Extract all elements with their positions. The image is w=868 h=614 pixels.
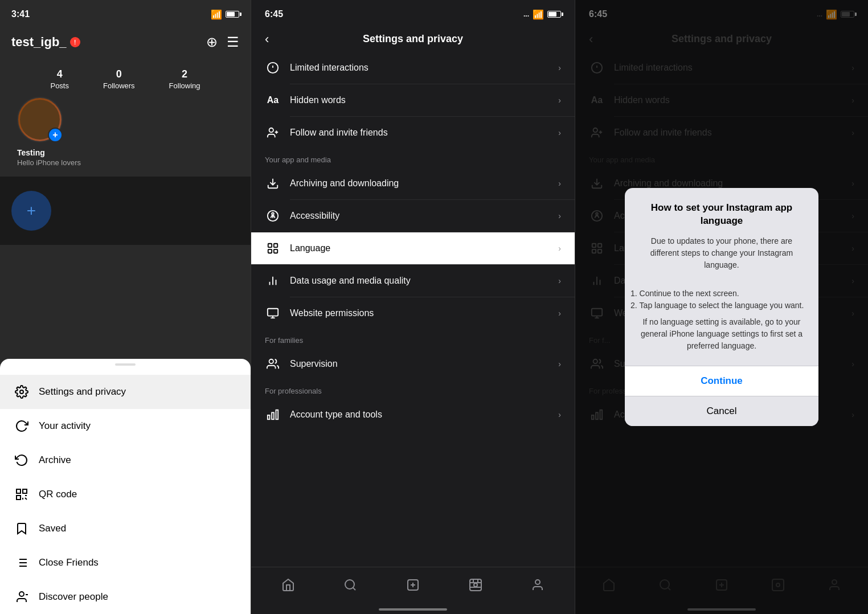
chevron-account: › (558, 410, 561, 419)
wifi-icon: 📶 (211, 9, 222, 20)
limited-interactions-icon (265, 60, 281, 76)
chevron-language: › (558, 244, 561, 253)
sheet-item-close-friends[interactable]: Close Friends (0, 546, 251, 580)
sheet-item-archive-label: Archive (39, 455, 71, 466)
svg-point-0 (20, 390, 23, 394)
svg-rect-26 (268, 244, 272, 247)
following-label: Following (169, 81, 200, 90)
svg-line-41 (353, 588, 355, 590)
panel-settings-modal: 6:45 ... 📶 ‹ Settings and privacy Limite… (575, 0, 868, 614)
settings-item-account-type[interactable]: Account type and tools › (251, 399, 575, 431)
sheet-item-activity[interactable]: Your activity (0, 409, 251, 443)
archiving-label: Archiving and downloading (290, 178, 549, 189)
sheet-item-activity-label: Your activity (39, 420, 91, 432)
sheet-item-saved[interactable]: Saved (0, 511, 251, 546)
followers-label: Followers (103, 81, 135, 90)
svg-rect-45 (470, 579, 481, 591)
settings-item-supervision[interactable]: Supervision › (251, 348, 575, 380)
tab-home-p2[interactable] (277, 574, 300, 596)
website-permissions-icon (265, 305, 281, 321)
sheet-item-qr-label: QR code (39, 489, 77, 500)
modal-overlay: How to set your Instagram app language D… (575, 0, 868, 614)
sheet-handle (115, 363, 136, 366)
tab-bar-p2 (251, 567, 575, 614)
add-story-button[interactable]: + (48, 128, 63, 142)
settings-item-accessibility[interactable]: Accessibility › (251, 200, 575, 232)
language-icon (265, 240, 281, 256)
account-type-icon (265, 407, 281, 423)
svg-point-46 (474, 583, 477, 587)
settings-list-p2: Limited interactions › Aa Hidden words › (251, 52, 575, 592)
modal-title: How to set your Instagram app language (638, 202, 805, 227)
profile-photo-area[interactable]: + (17, 97, 63, 142)
bottom-sheet: Settings and privacy Your activity Archi… (0, 359, 251, 614)
activity-icon (14, 418, 30, 434)
archive-icon (14, 452, 30, 468)
qr-icon (14, 486, 30, 502)
profile-header: test_igb_ ! ⊕ ☰ (0, 28, 251, 56)
sheet-item-settings-label: Settings and privacy (39, 386, 126, 398)
modal-continue-button[interactable]: Continue (625, 366, 818, 396)
settings-item-website-permissions[interactable]: Website permissions › (251, 297, 575, 329)
add-post-icon[interactable]: ⊕ (206, 34, 218, 50)
modal-step-2: Tap language to select the language you … (640, 300, 804, 312)
tab-search-p2[interactable] (339, 574, 362, 596)
profile-actions: ⊕ ☰ (206, 34, 239, 50)
hidden-words-icon: Aa (265, 92, 281, 108)
account-type-label: Account type and tools (290, 410, 549, 420)
menu-icon[interactable]: ☰ (227, 34, 239, 50)
sheet-item-qr[interactable]: QR code (0, 477, 251, 511)
chevron-data: › (558, 276, 561, 285)
sheet-item-archive[interactable]: Archive (0, 443, 251, 477)
settings-item-hidden-words[interactable]: Aa Hidden words › (251, 84, 575, 116)
sheet-item-discover-label: Discover people (39, 591, 108, 603)
profile-bio: Hello iPhone lovers (17, 158, 81, 167)
home-indicator-p2 (379, 608, 447, 611)
settings-item-language[interactable]: Language › (251, 232, 575, 264)
language-modal: How to set your Instagram app language D… (625, 188, 818, 425)
settings-item-limited-interactions[interactable]: Limited interactions › (251, 52, 575, 84)
limited-interactions-label: Limited interactions (290, 63, 549, 73)
back-button-p2[interactable]: ‹ (265, 32, 269, 47)
chevron-hidden: › (558, 96, 561, 105)
status-icons-panel2: ... 📶 (523, 9, 561, 20)
discover-icon (14, 589, 30, 605)
modal-intro: Due to updates to your phone, there are … (650, 236, 793, 269)
svg-rect-1 (17, 489, 21, 493)
settings-item-data-usage[interactable]: Data usage and media quality › (251, 265, 575, 297)
chevron-accessibility: › (558, 211, 561, 220)
time-panel2: 6:45 (265, 9, 283, 19)
follow-invite-label: Follow and invite friends (290, 128, 549, 138)
accessibility-icon (265, 208, 281, 224)
sheet-item-settings[interactable]: Settings and privacy (0, 375, 251, 409)
svg-point-51 (535, 580, 540, 584)
chevron-limited: › (558, 63, 561, 72)
svg-rect-3 (17, 496, 21, 500)
add-story-circle[interactable]: + (11, 191, 51, 231)
tab-add-p2[interactable] (402, 574, 424, 596)
svg-rect-2 (23, 489, 27, 493)
modal-actions: Continue Cancel (625, 366, 818, 426)
modal-cancel-button[interactable]: Cancel (625, 396, 818, 426)
settings-item-follow-invite[interactable]: Follow and invite friends › (251, 117, 575, 149)
wifi-icon-p2: 📶 (533, 9, 544, 20)
svg-point-19 (269, 128, 273, 132)
settings-item-archiving[interactable]: Archiving and downloading › (251, 167, 575, 199)
hidden-words-label: Hidden words (290, 95, 549, 105)
following-stat: 2 Following (169, 68, 200, 91)
sheet-item-saved-label: Saved (39, 523, 66, 534)
followers-stat: 0 Followers (103, 68, 135, 91)
accessibility-label: Accessibility (290, 211, 549, 221)
chevron-follow: › (558, 128, 561, 137)
svg-rect-27 (274, 244, 277, 247)
svg-rect-38 (272, 412, 274, 419)
panel-settings: 6:45 ... 📶 ‹ Settings and privacy Limite… (251, 0, 575, 614)
language-label: Language (290, 243, 549, 253)
svg-rect-29 (274, 249, 277, 253)
tab-profile-p2[interactable] (526, 574, 549, 596)
time-panel1: 3:41 (11, 9, 30, 19)
data-usage-label: Data usage and media quality (290, 276, 549, 286)
battery-icon-p2 (547, 11, 561, 18)
tab-reels-p2[interactable] (464, 574, 487, 596)
supervision-label: Supervision (290, 359, 549, 369)
